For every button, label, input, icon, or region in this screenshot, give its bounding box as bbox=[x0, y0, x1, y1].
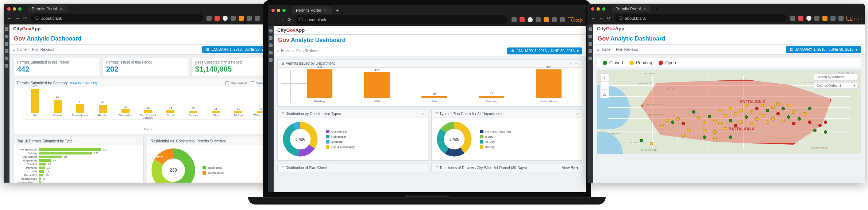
sidebar-item[interactable] bbox=[589, 42, 592, 46]
map-pin[interactable] bbox=[755, 117, 759, 121]
zoom-out-button[interactable]: − bbox=[601, 82, 609, 90]
browser-tab[interactable]: Permits Portal× bbox=[292, 7, 332, 14]
map-pin[interactable] bbox=[666, 119, 669, 122]
ext-icon[interactable] bbox=[560, 17, 565, 22]
map[interactable]: Albany Tilden Regional Park Golf Course … bbox=[597, 70, 861, 154]
ext-icon[interactable] bbox=[544, 17, 549, 22]
map-pin[interactable] bbox=[798, 117, 801, 121]
ext-icon[interactable] bbox=[806, 16, 811, 21]
map-pin[interactable] bbox=[724, 127, 727, 130]
map-pin[interactable] bbox=[808, 107, 811, 110]
ext-icon[interactable] bbox=[215, 16, 220, 21]
app-logo[interactable]: CityGovApp bbox=[597, 26, 624, 31]
map-pin[interactable] bbox=[761, 114, 764, 117]
map-search-input[interactable] bbox=[814, 73, 858, 81]
map-pin[interactable] bbox=[703, 129, 706, 132]
ext-icon[interactable] bbox=[814, 16, 819, 21]
update-button[interactable]: Update bbox=[568, 17, 574, 22]
ext-icon[interactable] bbox=[239, 16, 244, 21]
sidebar-item[interactable] bbox=[589, 27, 592, 31]
ext-icon[interactable] bbox=[838, 16, 844, 21]
ext-icon[interactable] bbox=[830, 16, 836, 21]
new-tab-icon[interactable]: + bbox=[656, 6, 659, 12]
ext-icon[interactable] bbox=[822, 16, 828, 21]
map-pin[interactable] bbox=[718, 109, 722, 112]
map-pin[interactable] bbox=[761, 104, 764, 107]
sidebar-item[interactable] bbox=[269, 51, 273, 54]
total-permits-link[interactable]: (Total Permits: 442) bbox=[69, 81, 97, 85]
address-bar[interactable]: ⓘabout:blank bbox=[614, 14, 787, 22]
back-icon[interactable]: ← bbox=[7, 16, 12, 21]
ext-icon[interactable] bbox=[790, 16, 795, 21]
sidebar-item[interactable] bbox=[5, 57, 8, 60]
ext-icon[interactable] bbox=[207, 16, 212, 21]
map-pin[interactable] bbox=[740, 109, 743, 112]
sidebar-item[interactable] bbox=[589, 57, 592, 60]
collapse-icon[interactable]: — bbox=[575, 61, 578, 65]
map-pin[interactable] bbox=[824, 121, 827, 124]
sidebar-item[interactable] bbox=[589, 35, 592, 38]
sidebar-item[interactable] bbox=[269, 58, 273, 62]
expand-icon[interactable]: ⤢ bbox=[575, 112, 578, 116]
map-pin[interactable] bbox=[703, 135, 706, 139]
map-pin[interactable] bbox=[766, 121, 769, 124]
map-pin[interactable] bbox=[708, 115, 711, 118]
map-pin[interactable] bbox=[771, 117, 775, 121]
sidebar-item[interactable] bbox=[589, 49, 592, 53]
map-pin[interactable] bbox=[671, 121, 674, 124]
map-pin[interactable] bbox=[740, 121, 743, 124]
back-icon[interactable]: ← bbox=[271, 17, 276, 22]
expand-icon[interactable]: ⤢ bbox=[569, 61, 572, 65]
map-pin[interactable] bbox=[729, 135, 732, 139]
expand-icon[interactable]: ⤢ bbox=[421, 112, 424, 116]
menu-icon[interactable]: ⋮ bbox=[856, 16, 861, 21]
reload-icon[interactable]: ⟳ bbox=[288, 17, 291, 22]
sidebar-item[interactable] bbox=[5, 64, 8, 68]
breadcrumb-home[interactable]: Home bbox=[13, 47, 27, 51]
browser-tab[interactable]: Permits Portal × bbox=[28, 5, 67, 12]
zoom-in-button[interactable]: + bbox=[601, 74, 609, 82]
map-pin[interactable] bbox=[703, 121, 706, 124]
map-pin[interactable] bbox=[813, 129, 817, 132]
date-range-picker[interactable]: 🗓JANUARY 1, 2016 - JUNE 30, 2016▾ bbox=[786, 46, 861, 53]
ext-icon[interactable] bbox=[798, 16, 803, 21]
ext-icon[interactable] bbox=[255, 16, 260, 21]
map-pin[interactable] bbox=[776, 112, 780, 115]
reload-icon[interactable]: ⟳ bbox=[607, 16, 611, 21]
forward-icon[interactable]: → bbox=[279, 17, 284, 22]
back-icon[interactable]: ← bbox=[591, 16, 595, 21]
map-pin[interactable] bbox=[787, 104, 790, 107]
sidebar-item[interactable] bbox=[5, 35, 8, 38]
sidebar-item[interactable] bbox=[5, 49, 8, 53]
ext-icon[interactable] bbox=[528, 17, 533, 22]
tab-close-icon[interactable]: × bbox=[60, 7, 62, 11]
app-logo[interactable]: CityGovApp bbox=[13, 26, 40, 31]
map-pin[interactable] bbox=[713, 130, 717, 134]
map-pin[interactable] bbox=[776, 102, 780, 106]
new-tab-icon[interactable]: + bbox=[72, 6, 75, 12]
ext-icon[interactable] bbox=[247, 16, 252, 21]
map-pin[interactable] bbox=[676, 117, 680, 121]
home-extent-button[interactable]: ⌂ bbox=[601, 90, 609, 98]
tab-close-icon[interactable]: × bbox=[324, 8, 326, 12]
address-bar[interactable]: ⓘabout:blank bbox=[295, 15, 508, 24]
sidebar-item[interactable] bbox=[269, 29, 273, 33]
ext-icon[interactable] bbox=[231, 16, 236, 21]
map-pin[interactable] bbox=[640, 139, 643, 142]
ext-icon[interactable] bbox=[512, 17, 517, 22]
date-range-picker[interactable]: 🗓JANUARY 1, 2016 - JUNE 30, 2016▾ bbox=[507, 47, 582, 54]
map-pin[interactable] bbox=[724, 114, 727, 117]
toggle-residential[interactable]: Residential bbox=[225, 81, 247, 85]
menu-icon[interactable]: ⋮ bbox=[577, 17, 582, 22]
ext-icon[interactable] bbox=[536, 17, 541, 22]
district-dropdown[interactable]: Council District 1▾ bbox=[814, 82, 858, 89]
chevron-down-icon[interactable]: ▾ bbox=[576, 166, 578, 170]
sidebar-item[interactable] bbox=[269, 36, 273, 40]
ext-icon[interactable] bbox=[223, 16, 228, 21]
map-pin[interactable] bbox=[771, 106, 775, 109]
address-bar[interactable]: ⓘabout:blank bbox=[31, 14, 203, 22]
sidebar-item[interactable] bbox=[5, 42, 8, 46]
map-pin[interactable] bbox=[808, 121, 811, 124]
map-pin[interactable] bbox=[766, 109, 769, 112]
new-tab-icon[interactable]: + bbox=[336, 7, 339, 13]
